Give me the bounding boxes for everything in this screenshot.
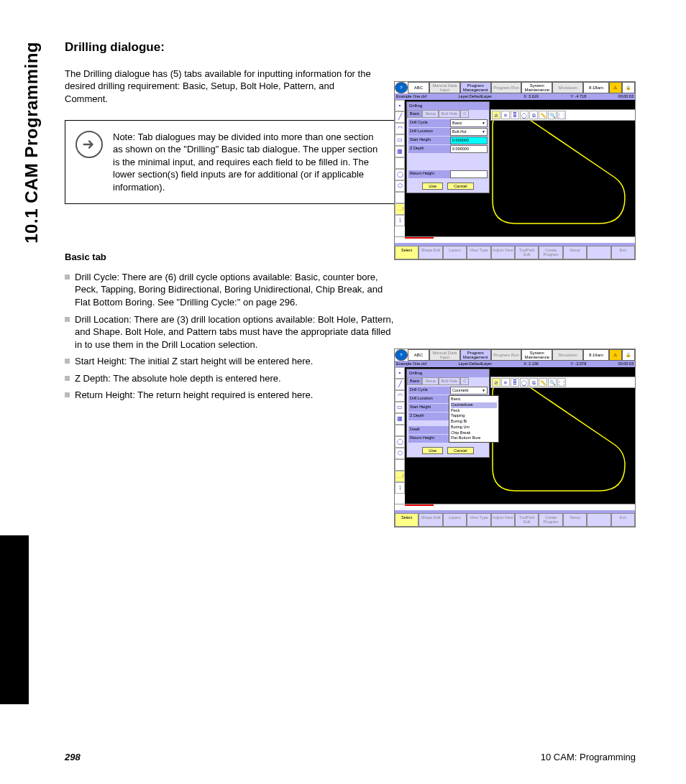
- softkey-layers[interactable]: Layers: [443, 246, 467, 259]
- menu-program-run[interactable]: Program Run: [491, 349, 522, 361]
- tool-circle-icon[interactable]: ◯: [395, 169, 405, 180]
- dlgtool-circle-icon[interactable]: ◯: [520, 111, 529, 119]
- tab-basic[interactable]: Basic: [407, 377, 422, 385]
- input-return-height[interactable]: [450, 170, 488, 178]
- tab-bolt-hole[interactable]: Bolt Hole: [439, 377, 460, 385]
- dlgtool-list-icon[interactable]: ≣: [511, 111, 519, 119]
- dlgtool-ruler-icon[interactable]: 📏: [539, 111, 547, 119]
- dropdown-option[interactable]: Counterbore: [451, 402, 497, 408]
- tool-blank2-icon[interactable]: [395, 459, 405, 471]
- softkey-exit[interactable]: Exit: [611, 246, 635, 259]
- tool-arc-icon[interactable]: ◠: [395, 390, 405, 402]
- use-button[interactable]: Use: [422, 183, 443, 190]
- tool-grid-icon[interactable]: ▦: [395, 413, 405, 425]
- tool-measure-icon[interactable]: ⟟: [395, 215, 405, 226]
- help-icon[interactable]: ?: [395, 82, 408, 93]
- cancel-button[interactable]: Cancel: [447, 183, 474, 190]
- input-z-depth[interactable]: 0.000000: [450, 145, 488, 153]
- softkey-toolpath-edit[interactable]: ToolPath Edit: [515, 513, 539, 526]
- dropdown-option[interactable]: Boring Uni: [451, 425, 497, 430]
- softkey-blank[interactable]: [587, 513, 610, 526]
- tool-line-icon[interactable]: ╱: [395, 379, 405, 390]
- menu-sys-maintenance[interactable]: System Maintenance: [521, 349, 552, 361]
- drill-cycle-dropdown[interactable]: Basic Counterbore Peck Tapping Boring Bi…: [449, 395, 499, 443]
- menu-shutdown[interactable]: Shutdown: [552, 82, 583, 93]
- softkey-create-program[interactable]: Create Program: [539, 513, 562, 526]
- softkey-setup[interactable]: Setup: [563, 246, 587, 259]
- tool-dot-icon[interactable]: •: [395, 100, 405, 111]
- softkey-shape-edit[interactable]: Shape Edit: [419, 246, 442, 259]
- softkey-setup[interactable]: Setup: [563, 513, 587, 526]
- dropdown-option[interactable]: Flat Bottom Bore: [451, 435, 497, 441]
- dropdown-option[interactable]: Boring Bi: [451, 419, 497, 425]
- tool-arc-icon[interactable]: ◠: [395, 123, 405, 134]
- menu-shutdown[interactable]: Shutdown: [552, 349, 583, 361]
- input-drill-cycle[interactable]: Basic▼: [450, 119, 488, 127]
- softkey-select[interactable]: Select: [395, 246, 419, 259]
- menu-sys-maintenance[interactable]: System Maintenance: [521, 82, 552, 93]
- dlgtool-zoom-icon[interactable]: 🔍: [548, 111, 557, 119]
- tool-rect-icon[interactable]: ▭: [395, 134, 405, 146]
- dlgtool-x-icon[interactable]: ✕: [501, 111, 510, 119]
- dlgtool-circle-icon[interactable]: ◯: [520, 378, 529, 387]
- tab-more[interactable]: C: [460, 377, 469, 385]
- input-drill-cycle[interactable]: Counterb▼: [450, 387, 488, 395]
- dropdown-option[interactable]: Chip Break: [451, 430, 497, 436]
- tool-rect-icon[interactable]: ▭: [395, 402, 405, 413]
- input-drill-location[interactable]: Bolt-Hol▼: [450, 128, 488, 136]
- tab-more[interactable]: C: [460, 110, 469, 118]
- dlgtool-x-icon[interactable]: ✕: [501, 378, 510, 387]
- tool-measure-icon[interactable]: ⟟: [395, 482, 405, 494]
- dlgtool-circle-slash-icon[interactable]: ⊘: [492, 378, 500, 387]
- tool-alert-icon[interactable]: …!: [395, 471, 405, 482]
- softkey-view-type[interactable]: View Type: [467, 246, 490, 259]
- softkey-layers[interactable]: Layers: [443, 513, 467, 526]
- tool-line-icon[interactable]: ╱: [395, 111, 405, 123]
- dlgtool-list-icon[interactable]: ≣: [511, 378, 519, 387]
- softkey-shape-edit[interactable]: Shape Edit: [419, 513, 442, 526]
- softkey-adjust-view[interactable]: Adjust View: [491, 246, 515, 259]
- tab-setup[interactable]: Setup: [422, 110, 438, 118]
- softkey-adjust-view[interactable]: Adjust View: [491, 513, 515, 526]
- softkey-select[interactable]: Select: [395, 513, 419, 526]
- dlgtool-ruler-icon[interactable]: 📏: [539, 378, 547, 387]
- menu-program-run[interactable]: Program Run: [491, 82, 522, 93]
- dropdown-option[interactable]: Peck: [451, 408, 497, 414]
- menu-program-mgmt[interactable]: Program Management: [460, 82, 491, 93]
- tool-grid-icon[interactable]: ▦: [395, 146, 405, 157]
- dlgtool-zoom-icon[interactable]: 🔍: [548, 378, 557, 387]
- softkey-blank[interactable]: [587, 246, 610, 259]
- tool-blank1-icon[interactable]: [395, 425, 405, 436]
- cad-canvas[interactable]: Drilling Basic Setup Bolt Hole C ⊘ ✕ ≣ ◯…: [405, 367, 635, 504]
- use-button[interactable]: Use: [422, 447, 443, 454]
- tool-blank1-icon[interactable]: [395, 157, 405, 169]
- tab-setup[interactable]: Setup: [422, 377, 438, 385]
- tab-basic[interactable]: Basic: [407, 110, 422, 118]
- softkey-create-program[interactable]: Create Program: [539, 246, 562, 259]
- tool-hex-icon[interactable]: ⬡: [395, 448, 405, 459]
- dropdown-option[interactable]: Basic: [451, 397, 497, 402]
- tab-bolt-hole[interactable]: Bolt Hole: [439, 110, 460, 118]
- dlgtool-circle-slash-icon[interactable]: ⊘: [492, 111, 500, 119]
- tool-blank2-icon[interactable]: [395, 192, 405, 203]
- dlgtool-copy-icon[interactable]: ⧉: [529, 378, 538, 387]
- menu-program-mgmt[interactable]: Program Management: [460, 349, 491, 361]
- dlgtool-more-icon[interactable]: ⋮⋮: [557, 378, 566, 387]
- menu-mdi[interactable]: Manual Data Input: [429, 82, 460, 93]
- dropdown-option[interactable]: Tapping: [451, 413, 497, 419]
- softkey-view-type[interactable]: View Type: [467, 513, 490, 526]
- tool-dot-icon[interactable]: •: [395, 367, 405, 379]
- menu-mdi[interactable]: Manual Data Input: [429, 349, 460, 361]
- tool-alert-icon[interactable]: …!: [395, 203, 405, 215]
- help-icon[interactable]: ?: [395, 349, 408, 361]
- tool-circle-icon[interactable]: ◯: [395, 436, 405, 448]
- dlgtool-copy-icon[interactable]: ⧉: [529, 111, 538, 119]
- cancel-button[interactable]: Cancel: [447, 447, 474, 454]
- tool-hex-icon[interactable]: ⬡: [395, 180, 405, 192]
- dlgtool-more-icon[interactable]: ⋮⋮: [557, 111, 566, 119]
- abc-button[interactable]: ABC: [408, 82, 429, 93]
- input-start-height[interactable]: 0.000000: [450, 137, 488, 144]
- abc-button[interactable]: ABC: [408, 349, 429, 361]
- softkey-exit[interactable]: Exit: [611, 513, 635, 526]
- cad-canvas[interactable]: Drilling Basic Setup Bolt Hole C ⊘ ✕ ≣ ◯…: [405, 100, 635, 236]
